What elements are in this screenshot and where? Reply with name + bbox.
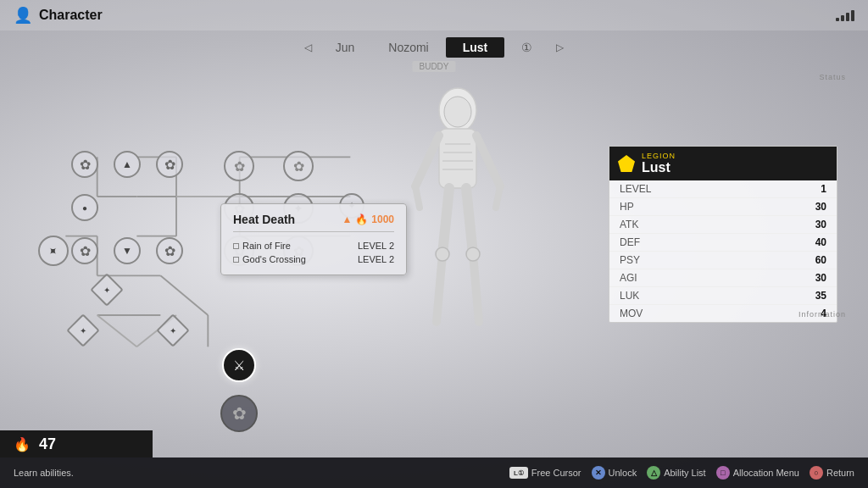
tab-next-arrow[interactable]: ▷ xyxy=(549,42,570,53)
action-return[interactable]: ○ Return xyxy=(810,466,854,480)
node-bottom-spiral[interactable]: ✿ xyxy=(220,395,258,432)
unlock-label: Unlock xyxy=(609,468,637,478)
action-allocation-menu[interactable]: □ Allocation Menu xyxy=(716,466,799,480)
stat-atk: ATK 30 xyxy=(609,216,837,234)
stat-luk: LUK 35 xyxy=(609,287,837,305)
node-diamond-3[interactable]: ✦ xyxy=(156,313,190,347)
stat-psy-label: PSY xyxy=(620,254,640,266)
tooltip-skill-1-name: Rain of Fire xyxy=(233,241,291,251)
stat-psy: PSY 60 xyxy=(609,252,837,269)
node-spiral-4[interactable]: ✿ xyxy=(156,237,183,264)
tooltip-skill-2-name: God's Crossing xyxy=(233,254,306,264)
node-spiral-5[interactable]: ✿ xyxy=(224,151,254,181)
node-r-1[interactable]: ✿ xyxy=(283,151,314,181)
stat-agi-value: 30 xyxy=(815,272,826,284)
stat-hp-label: HP xyxy=(620,201,634,213)
info-section-label: Information xyxy=(790,307,854,320)
stat-agi-label: AGI xyxy=(620,272,637,284)
allocation-menu-label: Allocation Menu xyxy=(733,468,799,478)
signal-bar-3 xyxy=(846,13,849,21)
tooltip-skill-1: Rain of Fire LEVEL 2 xyxy=(233,239,394,252)
status-panel: LEGION Lust LEVEL 1 HP 30 ATK 30 DEF 40 … xyxy=(609,146,837,323)
fire-icon: ▲ xyxy=(342,214,352,225)
svg-line-27 xyxy=(466,188,473,254)
skill-bullet-2 xyxy=(233,257,239,263)
stat-atk-value: 30 xyxy=(815,219,826,230)
top-bar: 👤 Character xyxy=(0,0,868,30)
page-title: Character xyxy=(39,8,103,23)
action-unlock[interactable]: ✕ Unlock xyxy=(592,466,637,480)
svg-line-25 xyxy=(476,136,500,186)
node-diamond-2[interactable]: ✦ xyxy=(90,273,124,307)
node-sword-selected[interactable]: ⚔ xyxy=(222,348,256,382)
tooltip-skill-name: Heat Death xyxy=(233,213,295,226)
character-sprite xyxy=(373,68,542,390)
node-diamond-1[interactable]: ✦ xyxy=(38,236,69,266)
legion-label: LEGION xyxy=(642,152,676,160)
svg-line-24 xyxy=(415,136,439,186)
free-cursor-label: Free Cursor xyxy=(531,468,581,478)
node-up-1[interactable]: ▲ xyxy=(114,151,141,178)
svg-line-29 xyxy=(473,254,479,322)
currency-value: 47 xyxy=(39,435,56,453)
svg-line-26 xyxy=(442,188,449,254)
return-label: Return xyxy=(826,468,854,478)
stat-luk-value: 35 xyxy=(815,290,826,302)
btn-triangle: △ xyxy=(647,466,660,480)
legion-icon xyxy=(618,155,635,172)
signal-bar-1 xyxy=(836,18,839,21)
signal-indicator xyxy=(836,10,854,21)
stat-atk-label: ATK xyxy=(620,219,638,230)
node-spiral-2[interactable]: ✿ xyxy=(156,151,183,178)
status-section-label: Status xyxy=(810,69,854,83)
btn-cross: ✕ xyxy=(592,466,605,480)
stat-level: LEVEL 1 xyxy=(609,180,837,198)
node-diamond-4[interactable]: ✦ xyxy=(66,313,100,347)
character-icon: 👤 xyxy=(14,6,32,25)
bottom-hint: Learn abilities. xyxy=(14,468,74,478)
stat-hp-value: 30 xyxy=(815,201,826,213)
node-down-1[interactable]: ▼ xyxy=(114,237,141,264)
svg-line-16 xyxy=(160,275,208,315)
stat-luk-label: LUK xyxy=(620,290,639,302)
currency-bar: 🔥 47 xyxy=(0,430,153,458)
node-mid-1[interactable]: ● xyxy=(71,194,98,221)
action-ability-list[interactable]: △ Ability List xyxy=(647,466,706,480)
flame-icon: 🔥 xyxy=(355,214,368,225)
svg-line-36 xyxy=(496,186,500,208)
btn-square: □ xyxy=(716,466,730,480)
stat-agi: AGI 30 xyxy=(609,269,837,287)
info-section: Information ↻ Heat Death LEVEL 1/5 ↑5m ↑… xyxy=(790,307,854,320)
action-free-cursor: L① Free Cursor xyxy=(509,467,581,479)
tooltip-skill-2: God's Crossing LEVEL 2 xyxy=(233,252,394,266)
stat-mov-label: MOV xyxy=(620,308,643,319)
stat-hp: HP 30 xyxy=(609,198,837,216)
stat-psy-value: 60 xyxy=(815,254,826,266)
status-section: Status LEGION Lust LEVEL 1 HP 30 ATK 30 … xyxy=(810,69,854,83)
node-spiral-3[interactable]: ✿ xyxy=(71,237,98,264)
svg-point-38 xyxy=(466,247,480,261)
node-spiral-1[interactable]: ✿ xyxy=(71,151,98,178)
stat-def-label: DEF xyxy=(620,236,640,248)
stat-def-value: 40 xyxy=(815,236,826,248)
svg-rect-23 xyxy=(439,129,476,188)
btn-l1: L① xyxy=(509,467,528,479)
character-svg xyxy=(373,68,542,390)
tooltip-title-row: Heat Death ▲ 🔥 1000 xyxy=(233,213,394,232)
legion-name: Lust xyxy=(642,160,676,175)
bottom-actions: L① Free Cursor ✕ Unlock △ Ability List □… xyxy=(509,466,854,480)
bottom-bar: Learn abilities. L① Free Cursor ✕ Unlock… xyxy=(0,458,868,488)
stat-level-value: 1 xyxy=(821,183,826,195)
status-header: LEGION Lust xyxy=(609,147,837,180)
currency-icon: 🔥 xyxy=(14,436,31,452)
skill-bullet-1 xyxy=(233,243,239,249)
stat-def: DEF 40 xyxy=(609,234,837,252)
svg-point-37 xyxy=(436,247,449,261)
svg-line-20 xyxy=(97,315,137,347)
svg-line-35 xyxy=(415,186,420,208)
signal-bar-4 xyxy=(851,10,854,21)
svg-line-28 xyxy=(437,254,442,322)
svg-point-34 xyxy=(444,97,471,127)
ability-list-label: Ability List xyxy=(664,468,706,478)
stat-level-label: LEVEL xyxy=(620,183,651,195)
